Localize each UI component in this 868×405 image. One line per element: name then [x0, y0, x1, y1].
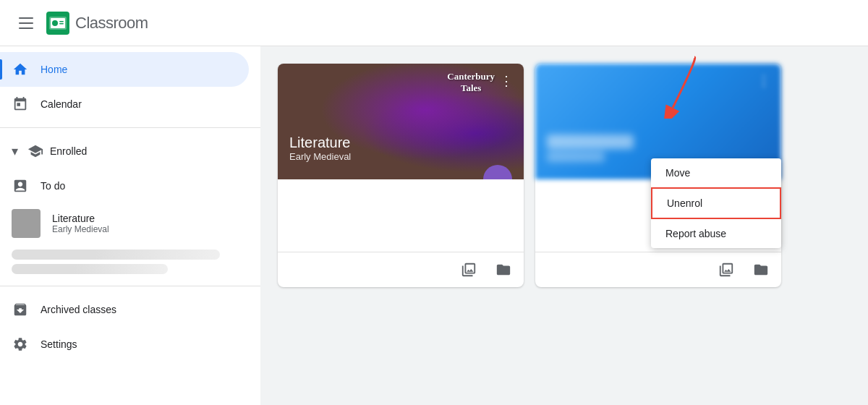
sidebar-item-calendar[interactable]: Calendar — [0, 87, 249, 122]
content-area: CanterburyTales Literature Early Medieva… — [260, 46, 868, 405]
card-folder-button-blurred[interactable] — [749, 258, 773, 281]
sidebar-archived-label: Archived classes — [41, 304, 116, 315]
app-logo: Classroom — [46, 12, 148, 35]
class-avatar-lit — [12, 209, 41, 238]
home-icon — [12, 61, 29, 78]
main-layout: Home Calendar ▾ Enrolled To do — [0, 46, 868, 405]
expand-icon: ▾ — [12, 143, 18, 159]
menu-button[interactable] — [12, 9, 41, 38]
svg-rect-3 — [52, 20, 58, 26]
card-gallery-button-blurred[interactable] — [715, 258, 738, 281]
card-header-literature: CanterburyTales Literature Early Medieva… — [278, 64, 524, 179]
card-more-button-lit[interactable]: ⋮ — [495, 69, 518, 93]
card-gallery-button-lit[interactable] — [457, 258, 480, 281]
blurred-title — [547, 135, 634, 149]
sidebar-divider-2 — [0, 286, 260, 286]
blurred-sidebar-items — [0, 244, 260, 280]
sidebar-item-home[interactable]: Home — [0, 52, 249, 87]
sidebar-home-label: Home — [41, 64, 67, 75]
active-indicator — [0, 59, 2, 80]
card-body-lit — [278, 179, 524, 223]
sidebar-divider-1 — [0, 127, 260, 128]
class-info-lit: Literature Early Medieval — [52, 213, 109, 234]
card-avatars-lit — [483, 165, 512, 179]
sidebar-calendar-label: Calendar — [41, 98, 82, 110]
settings-icon — [12, 336, 29, 353]
blurred-bar-1 — [12, 250, 220, 260]
class-sub-lit: Early Medieval — [52, 224, 109, 234]
card-avatar-1 — [483, 165, 512, 179]
card-footer-lit — [278, 252, 524, 287]
sidebar-todo-label: To do — [41, 180, 65, 192]
card-book-text: CanterburyTales — [447, 71, 495, 93]
class-name-lit: Literature — [52, 213, 109, 224]
card-folder-button-lit[interactable] — [492, 258, 515, 281]
card-footer-blurred — [535, 252, 781, 287]
enrolled-icon — [27, 142, 44, 160]
sidebar-item-archived[interactable]: Archived classes — [0, 292, 260, 327]
card-more-button-blurred[interactable]: ⋮ — [752, 69, 775, 93]
hamburger-icon — [19, 17, 33, 29]
card-title-main-lit: Literature — [289, 135, 351, 151]
calendar-icon — [12, 95, 29, 113]
svg-rect-4 — [59, 21, 64, 22]
classroom-logo-icon — [46, 12, 69, 35]
blurred-bar-2 — [12, 264, 168, 274]
card-title-lit: Literature Early Medieval — [289, 135, 351, 162]
context-menu-report[interactable]: Report abuse — [651, 219, 781, 248]
sidebar-item-todo[interactable]: To do — [0, 169, 249, 203]
context-menu-unenrol[interactable]: Unenrol — [651, 187, 781, 219]
card-title-blurred — [547, 135, 634, 162]
svg-rect-5 — [59, 23, 64, 25]
sidebar: Home Calendar ▾ Enrolled To do — [0, 46, 260, 405]
sidebar-enrolled-label: Enrolled — [50, 145, 87, 157]
app-title: Classroom — [75, 14, 148, 33]
archived-icon — [12, 301, 29, 318]
context-menu: Move Unenrol Report abuse — [651, 158, 781, 248]
blurred-sub — [547, 152, 605, 162]
card-title-sub-lit: Early Medieval — [289, 151, 351, 162]
class-card-literature: CanterburyTales Literature Early Medieva… — [278, 64, 524, 287]
todo-icon — [12, 177, 29, 195]
sidebar-item-settings[interactable]: Settings — [0, 327, 260, 362]
sidebar-item-enrolled[interactable]: ▾ Enrolled — [0, 134, 260, 169]
topbar: Classroom — [0, 0, 868, 46]
sidebar-class-literature[interactable]: Literature Early Medieval — [0, 203, 260, 244]
sidebar-settings-label: Settings — [41, 338, 77, 350]
context-menu-move[interactable]: Move — [651, 158, 781, 187]
